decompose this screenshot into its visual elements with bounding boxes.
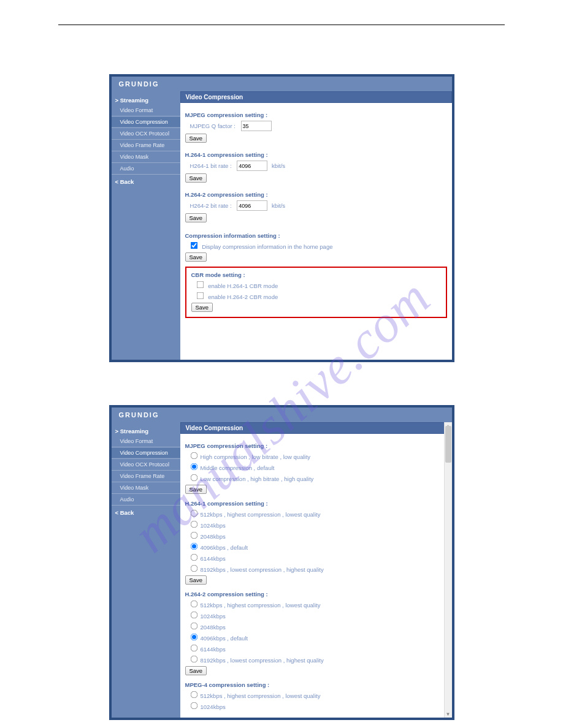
mjpeg-opt-0-radio[interactable] (190, 452, 197, 460)
h2-opt-5: 8192kbps , lowest compression , highest … (201, 657, 324, 664)
mjpeg-opt-1: Middle compression , default (201, 464, 275, 471)
h264-1-bitrate-input[interactable] (237, 161, 267, 171)
h2-opt-2-radio[interactable] (190, 623, 197, 630)
h2-opt-0: 512kbps , highest compression , lowest q… (201, 602, 321, 609)
screenshot-2: GRUNDIG > Streaming Video Format Video C… (109, 405, 454, 720)
panel-title-2: Video Compression (180, 422, 452, 434)
cbr-h264-2-label: enable H.264-2 CBR mode (208, 294, 278, 300)
save-button-cbr[interactable]: Save (191, 303, 213, 312)
cbr-h264-2-checkbox[interactable] (196, 292, 204, 300)
cbr-h264-1-checkbox[interactable] (196, 281, 204, 289)
mp4-opt-1-radio[interactable] (190, 702, 197, 710)
sidebar-item-video-frame-rate-2[interactable]: Video Frame Rate (112, 471, 180, 481)
h2-opt-0-radio[interactable] (190, 601, 197, 608)
sidebar-2: > Streaming Video Format Video Compressi… (112, 422, 180, 718)
h2-opt-5-radio[interactable] (190, 656, 197, 663)
sidebar-back-2[interactable]: < Back (112, 506, 180, 518)
h2-opt-1-radio[interactable] (190, 612, 197, 619)
sidebar-item-video-compression-2[interactable]: Video Compression (112, 448, 180, 458)
sidebar-item-video-frame-rate[interactable]: Video Frame Rate (112, 140, 180, 150)
sidebar-item-video-compression[interactable]: Video Compression (112, 117, 180, 127)
sidebar-back[interactable]: < Back (112, 175, 180, 187)
mjpeg-heading: MJPEG compression setting : (185, 112, 447, 118)
mp4-opt-1: 1024kbps (201, 703, 226, 710)
save-button-info[interactable]: Save (185, 252, 207, 262)
h1-opt-0-radio[interactable] (190, 510, 197, 517)
mp4-opt-0: 512kbps , highest compression , lowest q… (201, 692, 321, 699)
h2-opt-1: 1024kbps (201, 613, 226, 620)
h264-2-unit: kbit/s (272, 202, 285, 209)
screenshot-1: GRUNDIG > Streaming Video Format Video C… (109, 74, 454, 362)
scroll-thumb[interactable] (445, 426, 451, 463)
save-button-h2-2[interactable]: Save (185, 666, 207, 675)
brand-bar-2: GRUNDIG (112, 408, 452, 422)
h2-opt-4: 6144kbps (201, 646, 226, 653)
compression-info-heading: Compression information setting : (185, 232, 447, 239)
h1-opt-3-radio[interactable] (190, 543, 197, 550)
mjpeg-heading-2: MJPEG compression setting : (185, 442, 441, 449)
h264-1-bitrate-label: H264-1 bit rate : (190, 162, 232, 169)
h1-opt-2-radio[interactable] (190, 532, 197, 539)
h1-opt-1: 1024kbps (201, 522, 226, 529)
h2-opt-4-radio[interactable] (190, 645, 197, 652)
sidebar-item-video-ocx-protocol-2[interactable]: Video OCX Protocol (112, 460, 180, 469)
save-button-mjpeg-2[interactable]: Save (185, 485, 207, 494)
sidebar-item-video-mask-2[interactable]: Video Mask (112, 483, 180, 493)
scroll-down-icon[interactable]: ▼ (445, 710, 452, 718)
h264-1-heading-2: H.264-1 compression setting : (185, 500, 441, 507)
h264-1-heading: H.264-1 compression setting : (185, 151, 447, 158)
h1-opt-4-radio[interactable] (190, 554, 197, 561)
sidebar-title: > Streaming (112, 94, 180, 105)
mjpeg-opt-2-radio[interactable] (190, 474, 197, 482)
h1-opt-3: 4096kbps , default (201, 544, 248, 551)
h2-opt-2: 2048kbps (201, 624, 226, 631)
display-info-checkbox[interactable] (190, 242, 197, 249)
cbr-highlight-box: CBR mode setting : enable H.264-1 CBR mo… (185, 267, 447, 318)
mjpeg-q-label: MJPEG Q factor : (190, 123, 236, 129)
h1-opt-2: 2048kbps (201, 533, 226, 540)
mjpeg-opt-1-radio[interactable] (190, 463, 197, 471)
h264-2-bitrate-input[interactable] (237, 200, 267, 211)
h264-1-unit: kbit/s (272, 162, 285, 169)
mjpeg-q-input[interactable] (241, 121, 272, 131)
sidebar-item-video-ocx-protocol[interactable]: Video OCX Protocol (112, 129, 180, 138)
h264-2-bitrate-label: H264-2 bit rate : (190, 202, 232, 209)
sidebar-item-audio[interactable]: Audio (112, 164, 180, 173)
h1-opt-1-radio[interactable] (190, 521, 197, 528)
mjpeg-opt-2: Low compression , high bitrate , high qu… (201, 476, 314, 482)
sidebar-item-video-format-2[interactable]: Video Format (112, 436, 180, 446)
panel-title: Video Compression (180, 91, 452, 103)
brand-bar: GRUNDIG (112, 77, 452, 91)
h2-opt-3: 4096kbps , default (201, 635, 248, 642)
sidebar-item-video-mask[interactable]: Video Mask (112, 152, 180, 162)
scrollbar[interactable]: ▲ ▼ (444, 422, 452, 718)
h1-opt-0: 512kbps , highest compression , lowest q… (201, 511, 321, 518)
save-button-h1-2[interactable]: Save (185, 575, 207, 585)
mp4-opt-0-radio[interactable] (190, 691, 197, 699)
sidebar-item-audio-2[interactable]: Audio (112, 495, 180, 504)
cbr-heading: CBR mode setting : (191, 271, 441, 278)
sidebar-title-2: > Streaming (112, 425, 180, 436)
save-button-h264-2[interactable]: Save (185, 213, 207, 222)
content-area: Video Compression MJPEG compression sett… (180, 91, 452, 360)
top-rule (58, 25, 505, 25)
h1-opt-4: 6144kbps (201, 555, 226, 562)
save-button-h264-1[interactable]: Save (185, 173, 207, 183)
display-info-label: Display compression information in the h… (202, 243, 332, 250)
h1-opt-5-radio[interactable] (190, 565, 197, 572)
h264-2-heading: H.264-2 compression setting : (185, 191, 447, 198)
h264-2-heading-2: H.264-2 compression setting : (185, 591, 441, 597)
content-area-2: Video Compression MJPEG compression sett… (180, 422, 452, 718)
h1-opt-5: 8192kbps , lowest compression , highest … (201, 566, 324, 573)
mjpeg-opt-0: High compression , low bitrate , low qua… (201, 453, 311, 460)
sidebar: > Streaming Video Format Video Compressi… (112, 91, 180, 360)
cbr-h264-1-label: enable H.264-1 CBR mode (208, 282, 278, 289)
save-button-mjpeg[interactable]: Save (185, 134, 207, 143)
h2-opt-3-radio[interactable] (190, 634, 197, 641)
sidebar-item-video-format[interactable]: Video Format (112, 105, 180, 115)
mpeg4-heading: MPEG-4 compression setting : (185, 681, 441, 688)
